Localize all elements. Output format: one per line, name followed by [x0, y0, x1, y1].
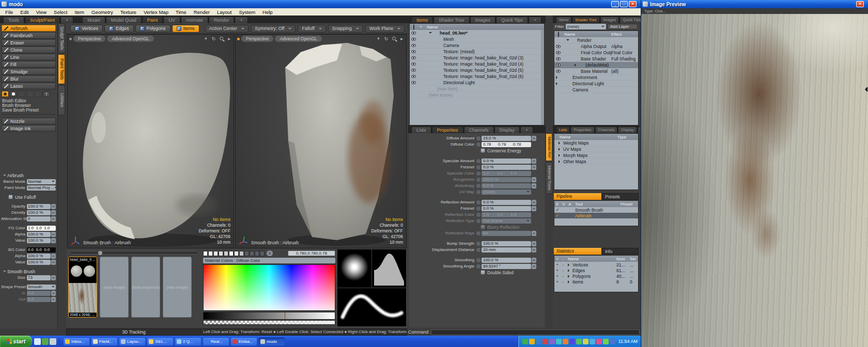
- property-field[interactable]: 100.0 %: [482, 241, 531, 246]
- pan-icon[interactable]: +: [203, 36, 209, 41]
- workspace-tab[interactable]: Model Quad: [106, 17, 142, 23]
- visibility-eye-icon[interactable]: [556, 64, 561, 67]
- visibility-eye-icon[interactable]: [411, 62, 416, 66]
- menu-item[interactable]: View: [33, 9, 50, 15]
- color-swatch[interactable]: [219, 251, 223, 256]
- viewport-menu-dot[interactable]: [69, 38, 72, 40]
- taskbar-app-button[interactable]: Inbox...: [63, 337, 90, 346]
- expander-right-icon[interactable]: [559, 141, 562, 145]
- spinner[interactable]: [532, 247, 536, 253]
- property-field[interactable]: 1.0 1.0 1.0: [482, 171, 531, 176]
- extra-tool-button[interactable]: Image Ink: [2, 125, 56, 132]
- workspace-tab[interactable]: Render: [209, 17, 235, 23]
- shader-row[interactable]: Base Material (all): [554, 68, 638, 74]
- tray-icon[interactable]: [549, 339, 555, 344]
- visibility-eye-icon[interactable]: [411, 44, 416, 47]
- material-vertical-tab[interactable]: Material Ref: [546, 133, 552, 161]
- tray-icon[interactable]: [576, 339, 582, 344]
- paint-tool-button[interactable]: Line: [2, 54, 56, 60]
- field-value[interactable]: 0.0 0.0 0.0: [27, 247, 56, 253]
- color-swatch[interactable]: [203, 251, 208, 256]
- image-thumbnail-selected[interactable]: head_bake_fi ... 2048 x 2048, ...: [68, 257, 97, 318]
- property-field[interactable]: 0.78 0.78 0.78: [482, 142, 531, 147]
- spinner[interactable]: [532, 165, 536, 170]
- statistics-header[interactable]: Statistics: [554, 248, 601, 255]
- viewport-more-icon[interactable]: ▸: [226, 36, 232, 41]
- layout-tab[interactable]: +: [60, 17, 73, 23]
- statistics-row[interactable]: + - Polygons 40... ...: [554, 273, 638, 279]
- thumbnail-size-slider[interactable]: [69, 251, 198, 255]
- menu-item[interactable]: System: [235, 9, 259, 15]
- zoom-icon[interactable]: [391, 36, 397, 41]
- panel-tab[interactable]: Images: [470, 17, 496, 23]
- menu-item[interactable]: Texture: [117, 9, 140, 15]
- presets-header[interactable]: Presets: [601, 193, 639, 200]
- checkbox[interactable]: [481, 270, 485, 275]
- brush-tip-button[interactable]: [10, 91, 17, 97]
- toolbar-dropdown[interactable]: Falloff: [298, 25, 326, 33]
- expander-down-icon[interactable]: [566, 39, 569, 42]
- field-value[interactable]: 100.0 %: [27, 254, 51, 259]
- panel-tab[interactable]: Shader Tree: [572, 17, 599, 23]
- brush-tip-button[interactable]: [18, 91, 25, 97]
- reset-button[interactable]: [476, 242, 481, 246]
- tray-icon[interactable]: [603, 339, 609, 344]
- panel-tab[interactable]: Images: [600, 17, 619, 23]
- statistics-row[interactable]: + - Vertices 21... ...: [554, 262, 638, 267]
- tray-icon[interactable]: [590, 339, 595, 344]
- tray-icon[interactable]: [536, 339, 541, 344]
- property-field[interactable]: 20 mm: [482, 247, 531, 253]
- item-row[interactable]: (new item): [410, 86, 544, 92]
- reset-button[interactable]: [476, 190, 481, 194]
- color-swatch[interactable]: [213, 251, 218, 256]
- expander-right-icon[interactable]: [556, 82, 559, 85]
- item-row[interactable]: Texture: Image: head_bake_final_02d (3): [410, 55, 544, 61]
- field-value[interactable]: Normal: [27, 179, 56, 184]
- reset-button[interactable]: [476, 231, 481, 235]
- reset-button[interactable]: [476, 219, 481, 223]
- spinner[interactable]: [51, 297, 56, 302]
- panel-tab[interactable]: Items: [411, 17, 433, 23]
- close-button[interactable]: ✕: [629, 1, 637, 7]
- panel-tab[interactable]: Display: [494, 127, 520, 133]
- menu-item[interactable]: Select: [50, 9, 71, 15]
- property-field[interactable]: 89.5247 °: [482, 264, 531, 269]
- pan-icon[interactable]: +: [376, 36, 381, 41]
- item-row[interactable]: Texture: Image: head_bake_final_02d (5): [410, 67, 544, 73]
- shader-row[interactable]: Camera: [554, 87, 638, 93]
- spinner[interactable]: [532, 200, 536, 205]
- expander-right-icon[interactable]: [568, 280, 571, 283]
- shader-row[interactable]: Render: [554, 37, 638, 43]
- property-field[interactable]: 0.0 %: [482, 159, 531, 164]
- panel-tab[interactable]: Channels: [464, 127, 494, 133]
- property-field[interactable]: 64: [482, 231, 531, 236]
- visibility-eye-icon[interactable]: [556, 45, 561, 48]
- visibility-eye-icon[interactable]: [556, 57, 561, 60]
- spinner[interactable]: [51, 291, 56, 296]
- panel-tab[interactable]: Lists: [556, 127, 570, 133]
- reset-button[interactable]: [476, 213, 481, 217]
- group-expander-icon[interactable]: [3, 271, 6, 274]
- menu-item[interactable]: Help: [259, 9, 276, 15]
- map-list-row[interactable]: Weight Maps: [554, 140, 638, 146]
- color-swatch[interactable]: [234, 251, 239, 256]
- shader-row[interactable]: Alpha Output Alpha: [554, 43, 638, 50]
- tray-icon[interactable]: [563, 339, 568, 344]
- color-swatch[interactable]: [260, 251, 265, 256]
- field-value[interactable]: 100.0 %: [27, 204, 51, 209]
- spinner[interactable]: [532, 264, 536, 269]
- menu-item[interactable]: File: [2, 9, 17, 15]
- map-list-row[interactable]: Morph Maps: [554, 152, 638, 159]
- brush-tip-button[interactable]: T: [43, 91, 50, 97]
- visibility-eye-icon[interactable]: [411, 31, 416, 35]
- reset-button[interactable]: [476, 248, 481, 252]
- taskbar-app-button[interactable]: Real...: [203, 337, 229, 346]
- spinner[interactable]: [532, 183, 536, 188]
- property-field[interactable]: 1.0 1.0 1.0: [482, 212, 531, 217]
- taskbar-app-button[interactable]: modo: [258, 337, 285, 346]
- image-slot-button[interactable]: (load sequence): [131, 257, 160, 318]
- selection-mode-button[interactable]: Items: [172, 25, 199, 33]
- spinner[interactable]: [532, 206, 536, 211]
- menu-item[interactable]: Render: [190, 9, 213, 15]
- property-field[interactable]: 100.0 %: [482, 177, 531, 182]
